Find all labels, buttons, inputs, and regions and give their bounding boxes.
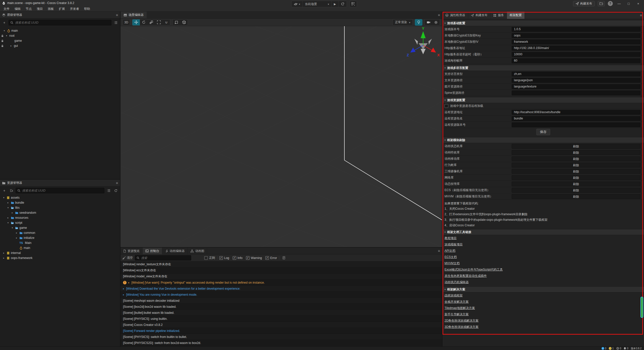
gear-icon[interactable] bbox=[432, 19, 440, 25]
doc-link[interactable]: 教程项目 bbox=[445, 236, 457, 240]
preview-on-device-button[interactable] bbox=[349, 1, 357, 7]
doc-link[interactable]: 动画状态机编辑器 bbox=[445, 280, 469, 284]
expand-chevron-icon[interactable] bbox=[123, 287, 124, 290]
status-notifications[interactable]: 0 bbox=[624, 347, 628, 350]
menu-item[interactable]: 面板 bbox=[45, 6, 56, 12]
section-game-basic[interactable]: 游戏基础配置 bbox=[442, 20, 644, 26]
tab-animation-editor[interactable]: 动画编辑器 bbox=[162, 248, 188, 254]
open-log-file-icon[interactable] bbox=[281, 255, 287, 260]
menu-item[interactable]: 项目 bbox=[34, 6, 45, 12]
assets-search-input[interactable] bbox=[22, 189, 103, 193]
log-row[interactable]: [Window] You are running Vue in developm… bbox=[120, 292, 442, 298]
close-button[interactable]: × bbox=[635, 2, 641, 6]
section-solutions[interactable]: 框架解决方案 bbox=[442, 286, 644, 292]
asset-node-main-scene[interactable]: main bbox=[0, 245, 120, 250]
tree-node-game[interactable]: game bbox=[0, 38, 120, 43]
status-warning[interactable]: ! 1 bbox=[609, 347, 614, 350]
filter-icon[interactable] bbox=[106, 188, 111, 193]
remote-url-input[interactable] bbox=[512, 110, 640, 115]
doc-link[interactable]: 游戏模板项目 bbox=[445, 242, 463, 247]
pivot-position-button[interactable] bbox=[173, 19, 180, 25]
pivot-rotation-button[interactable] bbox=[180, 19, 188, 25]
doc-link[interactable]: MVVM文档 bbox=[445, 261, 460, 266]
log-row[interactable]: [Window] model_view文件夹存在 bbox=[120, 274, 442, 280]
panel-menu-icon[interactable] bbox=[438, 249, 442, 253]
log-row[interactable]: [Scene] meshopt wasm decoder initialized bbox=[120, 298, 442, 304]
game-version-input[interactable] bbox=[512, 27, 640, 32]
asset-node-Main[interactable]: TS Main bbox=[0, 240, 120, 245]
scene-viewport[interactable]: Y X Z bbox=[120, 26, 442, 247]
render-mode-select[interactable]: 正常渲染 bbox=[392, 19, 413, 26]
log-filter-checkbox[interactable]: Info bbox=[233, 256, 243, 260]
remove-module-button[interactable]: 剔除 bbox=[512, 188, 640, 193]
move-tool-button[interactable] bbox=[132, 19, 140, 25]
log-row[interactable]: [Scene] [PHYSICS]: switch from builtin t… bbox=[120, 334, 442, 340]
remove-module-button[interactable]: 剔除 bbox=[512, 182, 640, 186]
scene-select-dropdown[interactable]: 当前场景 bbox=[303, 1, 332, 7]
spine-path-input[interactable] bbox=[512, 91, 640, 95]
asset-node-initialize[interactable]: initialize bbox=[0, 235, 120, 240]
menu-item[interactable]: 帮助 bbox=[82, 6, 93, 12]
panel-menu-icon[interactable] bbox=[116, 181, 118, 185]
menu-item[interactable]: 开发者 bbox=[67, 6, 82, 12]
inspector-scrollbar-thumb[interactable] bbox=[640, 297, 643, 318]
menu-item[interactable]: 文件 bbox=[1, 6, 12, 12]
tab-animation-graph[interactable]: 动画图 bbox=[188, 248, 207, 254]
log-filter-checkbox[interactable]: Warning bbox=[246, 256, 262, 260]
fps-input[interactable] bbox=[512, 58, 640, 63]
tree-node-root[interactable]: root bbox=[0, 33, 120, 38]
texture-path-input[interactable] bbox=[512, 84, 640, 89]
console-search-input[interactable] bbox=[141, 256, 189, 260]
tree-node-gui[interactable]: gui bbox=[0, 43, 120, 48]
play-button[interactable] bbox=[332, 1, 338, 7]
log-filter-checkbox[interactable]: Error bbox=[265, 256, 277, 260]
asset-node-script[interactable]: script bbox=[0, 220, 120, 225]
text-path-input[interactable] bbox=[512, 78, 640, 83]
build-publish-button[interactable]: 构建发布 bbox=[573, 1, 595, 6]
tab-asset-preview[interactable]: 资源预览 bbox=[120, 248, 143, 254]
menu-item[interactable]: 扩展 bbox=[56, 6, 67, 12]
panel-menu-icon[interactable] bbox=[438, 13, 442, 17]
section-doc-links[interactable]: 框架文档工具链接 bbox=[442, 229, 644, 235]
status-error[interactable]: × 0 bbox=[616, 347, 621, 350]
remove-module-button[interactable]: 剔除 bbox=[512, 144, 640, 149]
hierarchy-search-input[interactable] bbox=[15, 21, 110, 25]
tree-node-main[interactable]: main bbox=[0, 28, 120, 33]
sort-icon[interactable] bbox=[9, 188, 14, 193]
tab-services[interactable]: 服务 bbox=[491, 12, 507, 19]
solution-link[interactable]: Tiledmap地图解决方案 bbox=[445, 306, 475, 310]
create-asset-button[interactable] bbox=[2, 188, 7, 193]
tab-build-publish[interactable]: 构建发布 bbox=[468, 12, 491, 19]
clear-console-button[interactable]: 清空 bbox=[123, 256, 133, 260]
http-server-input[interactable] bbox=[512, 46, 640, 51]
panel-menu-icon[interactable] bbox=[116, 13, 118, 17]
section-i18n[interactable]: 游戏多语言配置 bbox=[442, 65, 644, 71]
asset-node-internal[interactable]: internal bbox=[0, 250, 120, 255]
chevron-right-icon[interactable] bbox=[9, 45, 13, 47]
tab-framework-config[interactable]: 框架配置 bbox=[507, 12, 525, 19]
languages-input[interactable] bbox=[512, 72, 640, 76]
rect-tool-button[interactable] bbox=[155, 19, 163, 25]
panel-menu-icon[interactable] bbox=[640, 13, 644, 17]
crypto-iv-input[interactable] bbox=[512, 39, 640, 44]
minimize-button[interactable]: — bbox=[616, 2, 622, 6]
log-row[interactable]: [Window] Download the Vue Devtools exten… bbox=[120, 286, 442, 292]
log-row[interactable]: [Scene] [box2d]:box2d wasm lib loaded. bbox=[120, 304, 442, 310]
remove-module-button[interactable]: 剔除 bbox=[512, 156, 640, 161]
log-row[interactable]: [Window] ecs文件夹存在 bbox=[120, 268, 442, 274]
section-modules[interactable]: 框架模块剔除 bbox=[442, 137, 644, 143]
chevron-right-icon[interactable] bbox=[6, 216, 10, 219]
doc-link[interactable]: 原生包热更新配置自动生成插件 bbox=[445, 274, 487, 278]
filter-icon[interactable] bbox=[113, 20, 118, 25]
asset-node-assets[interactable]: assets bbox=[0, 195, 120, 200]
solution-link[interactable]: 全栈开发解决方案 bbox=[445, 300, 469, 304]
log-filter-checkbox[interactable]: Log bbox=[219, 256, 229, 260]
solution-link[interactable]: 2D角色扮演游戏解决方案 bbox=[445, 319, 478, 323]
remove-module-button[interactable]: 剔除 bbox=[512, 194, 640, 199]
chevron-down-icon[interactable] bbox=[3, 29, 6, 32]
asset-node-common[interactable]: common bbox=[0, 230, 120, 235]
remove-module-button[interactable]: 剔除 bbox=[512, 163, 640, 167]
asset-node-seedrandom[interactable]: seedrandom bbox=[0, 210, 120, 215]
create-node-button[interactable] bbox=[2, 20, 7, 25]
remove-module-button[interactable]: 剔除 bbox=[512, 169, 640, 174]
